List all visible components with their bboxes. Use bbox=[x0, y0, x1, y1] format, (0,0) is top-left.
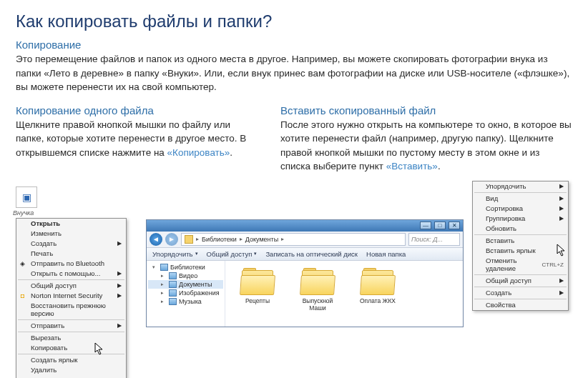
menu-item[interactable]: Создать▶ bbox=[473, 288, 568, 298]
cursor-icon bbox=[557, 244, 568, 258]
nav-forward-button[interactable]: ► bbox=[165, 233, 178, 246]
menu-item[interactable]: Восстановить прежнюю версию bbox=[16, 301, 126, 319]
toolbar-share[interactable]: Общий доступ▾ bbox=[207, 250, 258, 258]
menu-item[interactable]: Создать ярлык bbox=[16, 355, 126, 365]
menu-item[interactable]: Переименовать bbox=[16, 375, 126, 378]
figure-paste-context-menu: Упорядочить▶Вид▶Сортировка▶Группировка▶О… bbox=[472, 181, 572, 311]
cursor-icon bbox=[94, 342, 106, 357]
search-input[interactable]: Поиск: Д... bbox=[408, 233, 460, 246]
menu-item[interactable]: Свойства bbox=[473, 300, 568, 310]
section-heading-paste: Вставить скопированный файл bbox=[280, 104, 572, 116]
toolbar-burn[interactable]: Записать на оптический диск bbox=[265, 250, 358, 258]
menu-item[interactable]: Группировка▶ bbox=[473, 214, 568, 224]
menu-item[interactable]: Вид▶ bbox=[473, 194, 568, 204]
sidebar-item[interactable]: ▸Документы bbox=[148, 280, 223, 289]
menu-item[interactable]: Общий доступ▶ bbox=[16, 281, 126, 291]
folder-item[interactable]: Рецепты bbox=[235, 268, 280, 319]
menu-item[interactable]: Открыть с помощью...▶ bbox=[16, 269, 126, 279]
menu-item[interactable]: Удалить bbox=[16, 365, 126, 375]
menu-item[interactable]: Отправить▶ bbox=[16, 321, 126, 331]
close-button[interactable]: ✕ bbox=[449, 222, 460, 229]
menu-item[interactable]: Общий доступ▶ bbox=[473, 276, 568, 286]
menu-item[interactable]: Вырезать bbox=[16, 333, 126, 343]
toolbar-new-folder[interactable]: Новая папка bbox=[366, 250, 406, 258]
sidebar-item[interactable]: ▾Библиотеки bbox=[148, 263, 223, 272]
menu-item[interactable]: ◘Norton Internet Security▶ bbox=[16, 291, 126, 301]
folder-item[interactable]: Оплата ЖКХ bbox=[356, 268, 400, 319]
menu-item[interactable]: Упорядочить▶ bbox=[473, 181, 568, 192]
sidebar-item[interactable]: ▸Музыка bbox=[148, 297, 223, 306]
folder-item[interactable]: Выпускной Маши bbox=[295, 268, 340, 319]
sidebar-item[interactable]: ▸Видео bbox=[148, 272, 223, 280]
explorer-toolbar: Упорядочить▾ Общий доступ▾ Записать на о… bbox=[147, 248, 463, 261]
minimize-button[interactable]: — bbox=[420, 222, 431, 229]
folder-icon bbox=[185, 235, 193, 244]
menu-item[interactable]: Обновить bbox=[473, 224, 568, 234]
page-title: Как копировать файлы и папки? bbox=[16, 11, 572, 31]
menu-item[interactable]: Сортировка▶ bbox=[473, 204, 568, 214]
paste-body: После этого нужно открыть на компьютере … bbox=[280, 118, 572, 174]
menu-item[interactable]: Печать bbox=[16, 249, 126, 259]
figure-explorer-window: — □ ✕ ◄ ► ▸ Библиотеки ▸ Документы ▸ Пои… bbox=[146, 219, 464, 327]
context-menu-paste[interactable]: Упорядочить▶Вид▶Сортировка▶Группировка▶О… bbox=[472, 181, 569, 311]
sidebar-item[interactable]: ▸Изображения bbox=[148, 289, 223, 297]
intro-body: Это перемещение файлов и папок из одного… bbox=[16, 52, 572, 94]
nav-back-button[interactable]: ◄ bbox=[150, 233, 162, 246]
breadcrumb[interactable]: ▸ Библиотеки ▸ Документы ▸ bbox=[181, 233, 406, 246]
menu-item[interactable]: Копировать bbox=[16, 343, 126, 353]
figure-copy-context-menu: ▣ Внучка ОткрытьИзменитьСоздать▶Печать◈О… bbox=[16, 186, 137, 378]
menu-item[interactable]: Открыть bbox=[16, 219, 126, 229]
menu-item[interactable]: Отменить удалениеCTRL+Z bbox=[473, 256, 568, 274]
section-heading-copy: Копирование одного файла bbox=[16, 104, 259, 116]
menu-item[interactable]: Вставить bbox=[473, 236, 568, 246]
maximize-button[interactable]: □ bbox=[434, 222, 446, 229]
file-icon: ▣ bbox=[16, 186, 37, 208]
menu-item[interactable]: ◈Отправить по Bluetooth bbox=[16, 259, 126, 269]
menu-item[interactable]: Вставить ярлык bbox=[473, 246, 568, 256]
file-label: Внучка bbox=[13, 209, 137, 217]
explorer-sidebar: ▾Библиотеки▸Видео▸Документы▸Изображения▸… bbox=[147, 261, 225, 327]
paste-link: «Вставить» bbox=[386, 161, 438, 171]
context-menu-file[interactable]: ОткрытьИзменитьСоздать▶Печать◈Отправить … bbox=[16, 218, 127, 378]
section-heading-intro: Копирование bbox=[16, 39, 572, 51]
window-titlebar: — □ ✕ bbox=[147, 220, 463, 232]
menu-item[interactable]: Создать▶ bbox=[16, 239, 126, 249]
copy-link: «Копировать» bbox=[167, 147, 230, 158]
copy-body: Щелкните правой кнопкой мышки по файлу и… bbox=[16, 118, 259, 160]
toolbar-organize[interactable]: Упорядочить▾ bbox=[152, 250, 198, 258]
menu-item[interactable]: Изменить bbox=[16, 229, 126, 239]
explorer-content[interactable]: РецептыВыпускной МашиОплата ЖКХ bbox=[225, 261, 463, 327]
